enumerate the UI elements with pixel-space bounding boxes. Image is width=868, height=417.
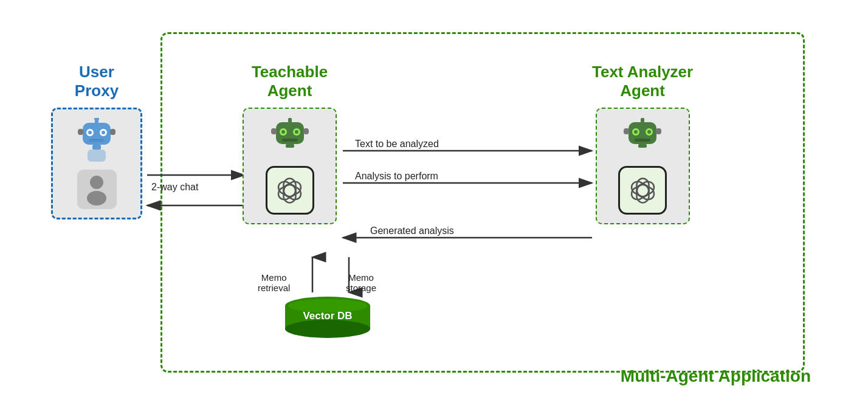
blue-robot-icon [75, 118, 118, 164]
svg-point-26 [90, 176, 103, 189]
svg-rect-24 [88, 150, 106, 162]
svg-point-32 [295, 130, 298, 134]
svg-rect-47 [638, 144, 647, 148]
memo-storage-label: Memostorage [346, 272, 376, 293]
svg-rect-34 [288, 118, 292, 123]
svg-rect-37 [286, 144, 294, 148]
openai-svg-analyzer [626, 174, 660, 207]
svg-point-17 [102, 131, 105, 134]
svg-rect-25 [88, 140, 106, 145]
openai-logo-teachable [266, 166, 314, 215]
diagram: Multi-Agent Application [39, 20, 829, 397]
green-robot-icon [269, 117, 311, 160]
green-robot-icon-2 [621, 117, 664, 160]
memo-retrieval-label: Memoretrieval [258, 272, 290, 293]
svg-rect-33 [282, 139, 298, 142]
user-proxy-label: UserProxy [75, 63, 119, 100]
person-svg [83, 174, 111, 205]
two-way-chat-label: 2-way chat [151, 181, 198, 194]
svg-rect-36 [303, 128, 309, 134]
multi-agent-label: Multi-Agent Application [621, 367, 811, 386]
svg-rect-22 [110, 129, 115, 135]
svg-point-41 [634, 130, 638, 134]
text-analyzer-box [596, 108, 690, 224]
generated-analysis-label: Generated analysis [370, 226, 454, 236]
svg-rect-35 [271, 128, 277, 134]
vector-db-container: Vector DB [279, 297, 376, 339]
teachable-agent-container: TeachableAgent [243, 63, 337, 224]
svg-rect-21 [78, 129, 83, 135]
user-proxy-box [51, 108, 142, 219]
svg-rect-44 [641, 118, 644, 123]
user-proxy-container: UserProxy [51, 63, 142, 219]
vector-db-label: Vector DB [279, 310, 376, 322]
text-analyzer-container: Text AnalyzerAgent [592, 63, 693, 224]
teachable-agent-box [243, 108, 337, 224]
svg-rect-45 [624, 128, 629, 134]
svg-point-42 [647, 130, 651, 134]
svg-point-50 [285, 320, 370, 338]
text-to-analyze-label: Text to be analyzed [355, 139, 439, 150]
openai-svg-teachable [273, 174, 306, 207]
svg-rect-23 [92, 145, 101, 150]
svg-point-27 [87, 191, 106, 205]
svg-point-16 [88, 131, 92, 134]
teachable-agent-label: TeachableAgent [252, 63, 328, 100]
svg-point-31 [281, 130, 285, 134]
text-analyzer-label: Text AnalyzerAgent [592, 63, 693, 100]
analysis-to-perform-label: Analysis to perform [355, 171, 438, 182]
svg-rect-43 [635, 139, 650, 142]
person-icon [77, 170, 117, 209]
openai-logo-analyzer [618, 166, 667, 215]
svg-rect-46 [656, 128, 661, 134]
